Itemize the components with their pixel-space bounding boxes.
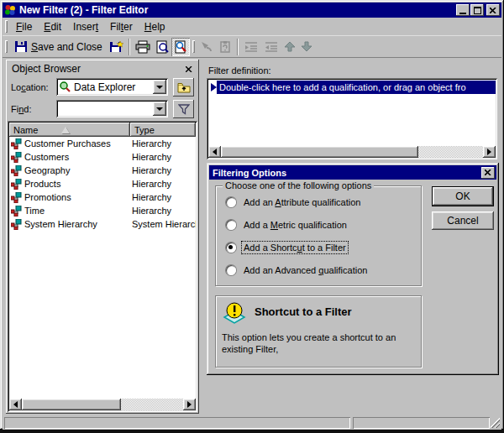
title-bar: New Filter (2) - Filter Editor (3, 3, 501, 18)
sort-ascending-icon (61, 127, 70, 133)
save-and-close-button[interactable]: Save and Close (10, 38, 107, 56)
chevron-down-icon (156, 86, 163, 89)
view-report-toggle[interactable] (171, 38, 190, 56)
scrollbar-track[interactable] (121, 399, 183, 410)
hierarchy-icon (11, 138, 22, 149)
row-marker-icon (211, 83, 217, 91)
minimize-button[interactable] (456, 4, 470, 16)
radio-button[interactable] (226, 197, 236, 207)
filter-definition-hscrollbar[interactable] (208, 146, 496, 158)
menu-filter[interactable]: Filter (104, 19, 139, 34)
toolbar-grip-2[interactable] (192, 40, 195, 53)
dialog-close-button[interactable] (481, 167, 495, 179)
resize-grip[interactable] (490, 418, 500, 428)
menu-help[interactable]: Help (139, 19, 171, 34)
save-as-button[interactable] (107, 38, 126, 56)
move-down-button (298, 38, 315, 56)
status-panel-right (353, 417, 490, 429)
option-info-title: Shortcut to a Filter (255, 305, 352, 318)
print-button[interactable] (133, 38, 153, 56)
scroll-right-button[interactable] (183, 399, 196, 410)
radio-button[interactable] (226, 265, 236, 275)
hierarchy-icon (11, 219, 22, 230)
up-one-level-button[interactable] (173, 78, 194, 97)
ok-button[interactable]: OK (432, 186, 494, 206)
list-item-promotions[interactable]: PromotionsHierarchy (9, 190, 196, 204)
menu-grip[interactable] (5, 20, 8, 33)
menu-edit[interactable]: Edit (38, 19, 67, 34)
status-bar (3, 415, 501, 430)
find-label: Find: (11, 104, 31, 114)
folder-up-icon (177, 82, 191, 93)
column-header-name[interactable]: Name (9, 123, 130, 137)
column-header-type[interactable]: Type (130, 123, 196, 137)
outdent-button (261, 38, 281, 56)
save-as-icon (109, 40, 123, 54)
funnel-icon (178, 104, 190, 115)
list-item-customers[interactable]: CustomersHierarchy (9, 150, 196, 164)
scroll-right-button[interactable] (483, 146, 496, 158)
radio-button[interactable] (226, 220, 236, 230)
option-metric-qualification[interactable]: Add a Metric qualification (226, 219, 349, 231)
status-panel-left (4, 417, 350, 429)
option-info-text: This option lets you create a shortcut t… (222, 331, 420, 355)
indent-button (241, 38, 261, 56)
location-value: Data Explorer (74, 81, 153, 93)
object-browser-close-button[interactable] (182, 64, 195, 75)
triangle-left-icon (13, 401, 18, 408)
object-browser-header: Object Browser (8, 61, 197, 76)
toolbar-grip[interactable] (5, 40, 8, 53)
object-list-hscrollbar[interactable] (9, 399, 196, 410)
filter-definition-box[interactable]: Double-click here to add a qualification… (207, 78, 497, 159)
object-list: Name Type Customer PurchasesHierarchy Cu… (8, 121, 197, 412)
qualification-prompt-row[interactable]: Double-click here to add a qualification… (208, 81, 496, 94)
list-item-products[interactable]: ProductsHierarchy (9, 177, 196, 190)
option-attribute-qualification[interactable]: Add an Attribute qualification (226, 196, 362, 208)
clipboard-icon (218, 40, 232, 54)
scroll-left-button[interactable] (9, 399, 22, 410)
find-combobox[interactable] (56, 100, 168, 117)
list-item-system-hierarchy[interactable]: System HierarchySystem Hierarchy (9, 217, 196, 231)
list-item-geography[interactable]: GeographyHierarchy (9, 164, 196, 177)
filter-definition-label: Filter definition: (208, 65, 271, 76)
menu-insert[interactable]: Insert (67, 19, 104, 34)
scrollbar-thumb[interactable] (22, 399, 121, 410)
hierarchy-icon (11, 206, 22, 216)
toolbar: Save and Close (3, 35, 501, 58)
screen: New Filter (2) - Filter Editor File Edit… (0, 0, 504, 433)
scrollbar-thumb[interactable] (221, 146, 418, 158)
print-icon (135, 40, 150, 54)
tip-icon (223, 301, 246, 325)
hierarchy-icon (11, 152, 22, 163)
outdent-icon (264, 41, 279, 53)
triangle-left-icon (213, 149, 217, 155)
print-preview-icon (155, 40, 169, 54)
hierarchy-icon (11, 165, 22, 176)
qualification-prompt-text[interactable]: Double-click here to add a qualification… (217, 81, 496, 94)
list-item-time[interactable]: TimeHierarchy (9, 204, 196, 217)
radio-dot-icon (228, 245, 233, 249)
option-shortcut-to-filter[interactable]: Add a Shortcut to a Filter (226, 242, 348, 253)
menu-file[interactable]: File (10, 19, 38, 34)
close-button[interactable] (486, 4, 500, 16)
toolbar-separator (129, 39, 130, 55)
cancel-button[interactable]: Cancel (432, 211, 494, 230)
location-dropdown-button[interactable] (153, 80, 166, 94)
maximize-button[interactable] (470, 4, 484, 16)
print-preview-button[interactable] (153, 38, 171, 56)
tool-button-disabled-2 (216, 38, 234, 56)
radio-button[interactable] (226, 243, 236, 253)
data-explorer-icon (59, 81, 71, 93)
list-item-customer-purchases[interactable]: Customer PurchasesHierarchy (9, 137, 196, 150)
report-magnifier-icon (174, 40, 187, 54)
filtering-options-dialog: Filtering Options Choose one of the foll… (207, 163, 499, 375)
scroll-left-button[interactable] (208, 146, 221, 158)
close-icon (186, 66, 192, 72)
minimize-icon (459, 13, 466, 14)
location-combobox[interactable]: Data Explorer (56, 78, 168, 96)
filter-objects-button[interactable] (173, 100, 194, 118)
find-dropdown-button[interactable] (153, 102, 166, 116)
option-advanced-qualification[interactable]: Add an Advanced qualification (226, 264, 369, 276)
indent-icon (244, 41, 259, 53)
scrollbar-track[interactable] (418, 146, 483, 158)
